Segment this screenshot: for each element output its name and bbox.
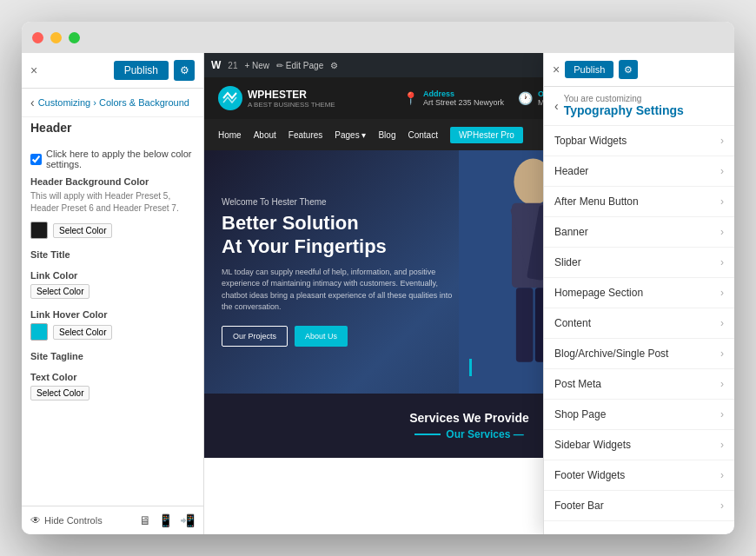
address-value: Art Street 235 Newyork [423,98,504,107]
after-menu-button-label: After Menu Button [554,195,720,208]
site-title-group: Site Title [30,249,195,260]
menu-item-sidebar-widgets[interactable]: Sidebar Widgets › [544,430,734,460]
hero-subtitle: Welcome To Hester Theme [222,197,494,207]
logo-text: WPHESTER [248,89,335,101]
homepage-section-label: Homepage Section [554,287,720,299]
hide-controls-label: Hide Controls [44,515,103,526]
content-chevron: › [720,317,724,329]
right-panel-close-button[interactable]: × [553,63,560,76]
address-icon: 📍 [403,91,418,105]
header-bg-select-color-button[interactable]: Select Color [53,223,112,238]
link-hover-color-label: Link Hover Color [30,309,195,320]
browser-window: × Publish ⚙ ‹ Customizing › Colors & Bac… [22,22,734,534]
homepage-section-chevron: › [720,287,724,299]
footer-bar-label: Footer Bar [554,500,720,512]
site-tagline-group: Site Tagline [30,351,195,361]
right-customizer-panel: × Publish ⚙ ‹ You are customizing Typogr… [543,53,734,534]
browser-titlebar [22,22,734,53]
header-address: 📍 Address Art Street 235 Newyork [403,89,504,107]
footer-widgets-chevron: › [720,469,724,481]
preview-area: W 21 + New ✏ Edit Page ⚙ [204,53,734,534]
left-panel-publish-button[interactable]: Publish [114,61,169,80]
nav-about[interactable]: About [254,130,276,140]
topbar-widgets-chevron: › [720,135,724,147]
nav-pages[interactable]: Pages ▾ [335,130,366,140]
banner-chevron: › [720,226,724,238]
right-panel-you-are-label: You are customizing [564,94,724,103]
breadcrumb-separator: › [93,97,99,108]
right-panel-back-arrow[interactable]: ‹ [554,99,559,113]
menu-item-content[interactable]: Content › [544,308,734,339]
shop-page-label: Shop Page [554,408,720,420]
header-chevron: › [720,165,724,177]
breadcrumb-colors[interactable]: Colors & Background [99,97,189,108]
footer-widgets-label: Footer Widgets [554,469,720,481]
mobile-icon[interactable]: 📲 [180,513,195,527]
nav-contact[interactable]: Contact [408,130,437,140]
nav-home[interactable]: Home [218,130,242,140]
site-logo: WPHESTER A BEST BUSINESS THEME [218,86,335,110]
menu-item-footer-widgets[interactable]: Footer Widgets › [544,460,734,491]
clock-icon: 🕐 [518,91,533,105]
nav-features[interactable]: Features [288,130,322,140]
sidebar-widgets-chevron: › [720,439,724,451]
nav-links: Home About Features Pages ▾ Blog Contact… [218,127,523,143]
checkbox-row: Click here to apply the below color sett… [30,149,195,169]
menu-item-after-menu-button[interactable]: After Menu Button › [544,187,734,217]
site-tagline-label: Site Tagline [30,351,195,361]
right-panel-title: Typography Settings [564,103,724,118]
menu-item-footer-bar[interactable]: Footer Bar › [544,491,734,521]
banner-label: Banner [554,226,720,238]
menu-item-homepage-section[interactable]: Homepage Section › [544,278,734,308]
breadcrumb: Customizing › Colors & Background [38,97,189,108]
right-panel-header-content: You are customizing Typography Settings [564,94,724,118]
menu-item-banner[interactable]: Banner › [544,217,734,248]
left-panel-section-title: Header [22,117,203,142]
traffic-light-yellow[interactable] [50,32,62,43]
hero-title: Better SolutionAt Your Fingertips [222,212,494,258]
apply-colors-checkbox[interactable] [30,154,42,165]
nav-blog[interactable]: Blog [378,130,395,140]
right-panel-gear-button[interactable]: ⚙ [619,60,638,79]
hero-our-projects-button[interactable]: Our Projects [222,326,288,347]
left-panel-close[interactable]: × [30,63,37,77]
eye-icon: 👁 [30,514,41,526]
left-panel-gear-button[interactable]: ⚙ [174,60,195,81]
menu-item-shop-page[interactable]: Shop Page › [544,400,734,430]
menu-item-topbar-widgets[interactable]: Topbar Widgets › [544,126,734,156]
admin-bar-new[interactable]: + New [244,61,269,70]
menu-item-header[interactable]: Header › [544,156,734,187]
left-panel-header: × Publish ⚙ [22,53,203,89]
text-color-label: Text Color [30,372,195,382]
link-color-select-button[interactable]: Select Color [30,284,90,299]
hero-about-us-button[interactable]: About Us [295,326,348,347]
hide-controls-button[interactable]: 👁 Hide Controls [30,514,103,526]
right-panel-publish-button[interactable]: Publish [565,61,613,78]
traffic-light-red[interactable] [32,32,43,43]
shop-page-chevron: › [720,408,724,420]
footer-bar-chevron: › [720,500,724,512]
services-subtitle: Our Services — [446,428,523,440]
menu-item-blog-archive[interactable]: Blog/Archive/Single Post › [544,339,734,369]
post-meta-label: Post Meta [554,378,720,390]
header-bg-swatch[interactable] [30,222,48,239]
text-color-select-button[interactable]: Select Color [30,386,90,400]
tablet-icon[interactable]: 📱 [158,513,173,527]
content-label: Content [554,317,720,329]
header-bg-color-group: Header Background Color This will apply … [30,176,195,239]
link-hover-select-button[interactable]: Select Color [53,325,112,340]
menu-item-post-meta[interactable]: Post Meta › [544,369,734,400]
breadcrumb-customizing[interactable]: Customizing [38,97,91,108]
hero-description: ML today can supply needful of help, inf… [222,267,465,314]
nav-cta-button[interactable]: WPHester Pro [450,127,523,143]
left-panel-back-arrow[interactable]: ‹ [30,96,35,109]
admin-bar-edit[interactable]: ✏ Edit Page [276,61,323,70]
wp-logo: W [211,59,221,71]
browser-content: × Publish ⚙ ‹ Customizing › Colors & Bac… [22,53,734,534]
link-hover-color-row: Select Color [30,323,195,341]
link-hover-swatch[interactable] [30,323,48,341]
traffic-light-green[interactable] [69,32,80,43]
left-panel-nav: ‹ Customizing › Colors & Background [22,89,203,117]
menu-item-slider[interactable]: Slider › [544,248,734,278]
desktop-icon[interactable]: 🖥 [139,513,151,527]
